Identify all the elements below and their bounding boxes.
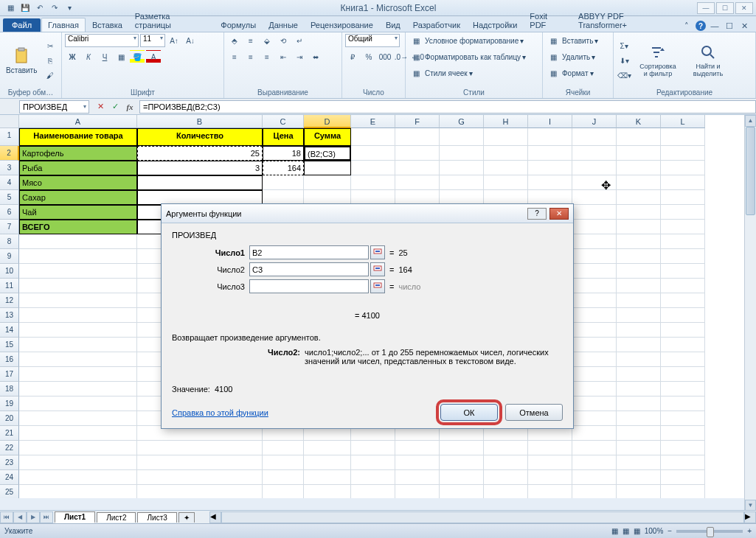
col-header-l[interactable]: L bbox=[661, 115, 705, 128]
wb-close-icon[interactable]: ✕ bbox=[738, 20, 750, 32]
insert-cells-icon[interactable]: ▦ bbox=[546, 34, 561, 47]
cancel-formula-icon[interactable]: ✕ bbox=[94, 100, 107, 113]
close-button[interactable]: ✕ bbox=[735, 2, 753, 14]
zoom-level[interactable]: 100% bbox=[645, 527, 664, 535]
minimize-ribbon-icon[interactable]: ˄ bbox=[681, 20, 693, 32]
cell-a3[interactable]: Рыба bbox=[19, 161, 137, 175]
arg2-input[interactable] bbox=[249, 262, 369, 276]
col-header-a[interactable]: A bbox=[19, 115, 137, 128]
col-header-b[interactable]: B bbox=[137, 115, 263, 128]
shrink-font-icon[interactable]: A↓ bbox=[183, 34, 198, 47]
file-tab[interactable]: Файл bbox=[3, 18, 41, 32]
cell-c3[interactable]: 164 bbox=[263, 161, 304, 175]
col-header-c[interactable]: C bbox=[263, 115, 304, 128]
autosum-icon[interactable]: Σ▾ bbox=[617, 39, 631, 52]
ok-button[interactable]: ОК bbox=[440, 404, 498, 421]
tab-home[interactable]: Главная bbox=[41, 18, 86, 32]
dialog-help-icon[interactable]: ? bbox=[527, 208, 547, 220]
indent-dec-icon[interactable]: ⇤ bbox=[276, 50, 291, 63]
format-table-icon[interactable]: ▦ bbox=[409, 50, 423, 63]
col-header-h[interactable]: H bbox=[484, 115, 528, 128]
align-right-icon[interactable]: ≡ bbox=[260, 50, 274, 63]
align-middle-icon[interactable]: ≡ bbox=[243, 34, 258, 47]
cell-c2[interactable]: 18 bbox=[263, 146, 304, 161]
font-color-icon[interactable]: A bbox=[146, 50, 161, 63]
sheet-nav-first-icon[interactable]: ⏮ bbox=[0, 511, 13, 523]
redo-icon[interactable]: ↷ bbox=[49, 2, 60, 14]
tab-addins[interactable]: Надстройки bbox=[467, 18, 523, 32]
align-left-icon[interactable]: ≡ bbox=[227, 50, 242, 63]
border-icon[interactable]: ▦ bbox=[114, 50, 128, 63]
undo-icon[interactable]: ↶ bbox=[34, 2, 46, 14]
scroll-up-icon[interactable]: ▲ bbox=[745, 115, 756, 127]
align-top-icon[interactable]: ⬘ bbox=[227, 34, 242, 47]
view-break-icon[interactable]: ▦ bbox=[634, 527, 640, 535]
tab-developer[interactable]: Разработчик bbox=[407, 18, 466, 32]
cell-b2[interactable]: 25 bbox=[137, 146, 263, 161]
merge-icon[interactable]: ⬌ bbox=[308, 50, 323, 63]
format-painter-icon[interactable]: 🖌 bbox=[43, 69, 58, 82]
indent-inc-icon[interactable]: ⇥ bbox=[292, 50, 307, 63]
align-center-icon[interactable]: ≡ bbox=[243, 50, 258, 63]
function-help-link[interactable]: Справка по этой функции bbox=[172, 408, 268, 417]
col-header-e[interactable]: E bbox=[351, 115, 395, 128]
tab-page-layout[interactable]: Разметка страницы bbox=[129, 10, 215, 32]
row-header-2[interactable]: 2 bbox=[0, 146, 19, 161]
arg3-ref-icon[interactable] bbox=[370, 279, 385, 293]
cell-b1[interactable]: Количество bbox=[137, 128, 263, 146]
minimize-button[interactable]: — bbox=[697, 2, 715, 14]
arg1-ref-icon[interactable] bbox=[370, 245, 385, 259]
sheet-nav-prev-icon[interactable]: ◀ bbox=[13, 511, 27, 523]
name-box[interactable]: ПРОИЗВЕД bbox=[19, 100, 89, 113]
sheet-nav-last-icon[interactable]: ⏭ bbox=[40, 511, 53, 523]
font-size-combo[interactable]: 11 bbox=[140, 34, 165, 47]
col-header-g[interactable]: G bbox=[440, 115, 484, 128]
fx-icon[interactable]: fx bbox=[123, 100, 136, 113]
enter-formula-icon[interactable]: ✓ bbox=[108, 100, 122, 113]
italic-icon[interactable]: К bbox=[81, 50, 96, 63]
tab-review[interactable]: Рецензирование bbox=[305, 18, 379, 32]
format-cells-icon[interactable]: ▦ bbox=[546, 66, 561, 80]
tab-view[interactable]: Вид bbox=[380, 18, 406, 32]
sheet-nav-next-icon[interactable]: ▶ bbox=[27, 511, 40, 523]
copy-icon[interactable]: ⎘ bbox=[43, 54, 58, 67]
tab-abbyy[interactable]: ABBYY PDF Transformer+ bbox=[572, 10, 680, 32]
save-icon[interactable]: 💾 bbox=[19, 2, 31, 14]
select-all-corner[interactable] bbox=[0, 115, 19, 128]
formula-input[interactable]: =ПРОИЗВЕД(B2;C3) bbox=[139, 100, 756, 113]
arg2-ref-icon[interactable] bbox=[370, 262, 385, 276]
tab-data[interactable]: Данные bbox=[263, 18, 304, 32]
row-header-1[interactable]: 1 bbox=[0, 128, 19, 146]
grow-font-icon[interactable]: A↑ bbox=[167, 34, 181, 47]
find-select-button[interactable]: Найти и выделить bbox=[684, 41, 732, 80]
orientation-icon[interactable]: ⟲ bbox=[276, 34, 291, 47]
wb-restore-icon[interactable]: ☐ bbox=[724, 20, 735, 32]
dialog-close-icon[interactable]: ✕ bbox=[549, 208, 569, 220]
wb-minimize-icon[interactable]: — bbox=[709, 20, 721, 32]
cell-a2[interactable]: Картофель bbox=[19, 146, 137, 161]
cell-d3[interactable] bbox=[304, 161, 351, 175]
col-header-j[interactable]: J bbox=[572, 115, 617, 128]
wrap-text-icon[interactable]: ↵ bbox=[292, 34, 307, 47]
bold-icon[interactable]: Ж bbox=[65, 50, 80, 63]
qat-dropdown-icon[interactable]: ▾ bbox=[63, 2, 75, 14]
vertical-scrollbar[interactable]: ▲ ▼ bbox=[744, 115, 756, 511]
col-header-f[interactable]: F bbox=[395, 115, 440, 128]
number-format-combo[interactable]: Общий bbox=[345, 34, 400, 47]
currency-icon[interactable]: ₽ bbox=[345, 50, 360, 63]
clear-icon[interactable]: ⌫▾ bbox=[617, 69, 631, 82]
zoom-in-icon[interactable]: + bbox=[747, 527, 752, 535]
tab-insert[interactable]: Вставка bbox=[86, 18, 128, 32]
cell-d1[interactable]: Сумма bbox=[304, 128, 351, 146]
align-bottom-icon[interactable]: ⬙ bbox=[260, 34, 274, 47]
percent-icon[interactable]: % bbox=[361, 50, 376, 63]
zoom-slider[interactable] bbox=[676, 530, 743, 533]
paste-button[interactable]: Вставить bbox=[3, 44, 40, 77]
col-header-i[interactable]: I bbox=[528, 115, 572, 128]
sheet-tab-1[interactable]: Лист1 bbox=[55, 511, 95, 523]
tab-foxit[interactable]: Foxit PDF bbox=[524, 10, 572, 32]
zoom-out-icon[interactable]: − bbox=[667, 527, 672, 535]
cell-styles-icon[interactable]: ▦ bbox=[409, 66, 423, 80]
font-name-combo[interactable]: Calibri bbox=[65, 34, 139, 47]
cell-b3[interactable]: 3 bbox=[137, 161, 263, 175]
